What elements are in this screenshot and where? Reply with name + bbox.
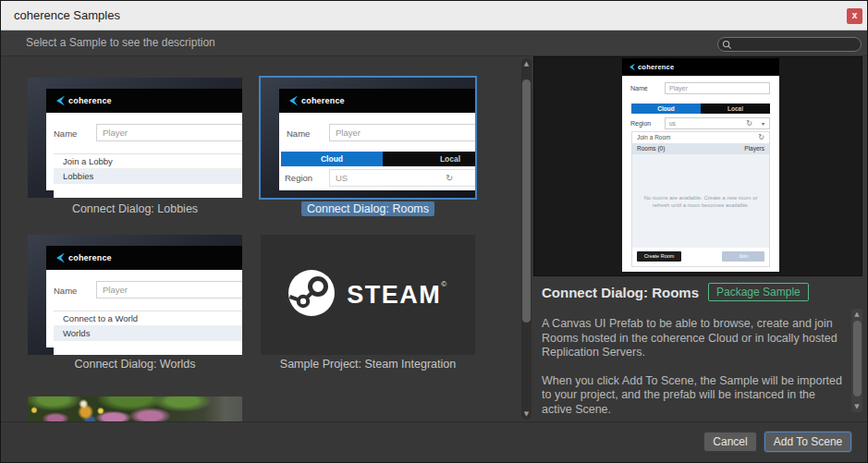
detail-title-row: Connect Dialog: Rooms Package Sample [542, 283, 809, 301]
menu-item: Lobbies [54, 169, 242, 184]
grid-scrollbar[interactable]: ▲ ▼ [521, 58, 532, 420]
refresh-icon: ↻ [446, 170, 453, 187]
refresh-icon: ↻ [758, 132, 764, 143]
sample-thumb-rooms[interactable]: coherence Name Player Cloud Local Region… [261, 78, 475, 198]
join-room-footer: Create Room Join [632, 248, 769, 266]
region-label: Region [285, 173, 312, 183]
create-room-button: Create Room [637, 251, 681, 262]
scroll-down-icon[interactable]: ▼ [851, 403, 862, 410]
refresh-icon: ↻ [746, 118, 752, 129]
region-dropdown: US ↻ [329, 169, 475, 187]
preview-image: coherence Name Player Cloud Local Region… [622, 58, 779, 272]
preview-dialog-header: coherence [622, 58, 779, 76]
cloud-local-tabs: Cloud Local [281, 152, 475, 166]
coherence-logo-icon [56, 96, 65, 106]
toolbar: Select a Sample to see the description [1, 30, 867, 56]
sample-preview-area: coherence Name Player Cloud Local Region… [533, 56, 862, 276]
players-column: Players [744, 143, 764, 154]
sample-label-steam: Sample Project: Steam Integration [261, 357, 475, 372]
tab-cloud: Cloud [631, 104, 701, 114]
scroll-up-icon[interactable]: ▲ [851, 311, 862, 318]
title-bar: coherence Samples x [1, 1, 867, 30]
chevron-down-icon: ▾ [762, 118, 764, 129]
close-button[interactable]: x [847, 8, 862, 24]
tab-cloud: Cloud [281, 152, 383, 166]
coherence-logo-text: coherence [68, 253, 112, 262]
scroll-down-icon[interactable]: ▼ [521, 410, 532, 418]
tab-local: Local [383, 152, 475, 166]
coherence-logo-text: coherence [301, 96, 345, 105]
name-label: Name [630, 85, 648, 91]
add-to-scene-button[interactable]: Add To Scene [764, 432, 851, 452]
mini-dialog-header: coherence [46, 89, 242, 113]
name-value: Player [665, 82, 770, 94]
coherence-logo-icon [630, 64, 635, 71]
rooms-mini-dialog: coherence Name Player Cloud Local Region… [279, 89, 475, 190]
coherence-logo-icon [289, 96, 298, 106]
menu-row-empty [54, 341, 242, 355]
sample-label-worlds: Connect Dialog: Worlds [28, 357, 242, 372]
toolbar-hint: Select a Sample to see the description [26, 30, 215, 55]
coherence-logo-icon [56, 253, 65, 263]
scroll-up-icon[interactable]: ▲ [521, 60, 532, 67]
menu-title: Connect to a World [54, 311, 242, 326]
tab-local: Local [701, 104, 770, 114]
description-paragraph: When you click Add To Scene, the Sample … [542, 374, 849, 418]
worlds-mini-dialog: coherence Name Player Connect to a World… [46, 246, 242, 347]
cancel-button[interactable]: Cancel [703, 432, 757, 452]
region-label: Region [630, 120, 651, 127]
menu-title: Join a Lobby [54, 154, 242, 169]
description-scrollbar[interactable]: ▲ ▼ [851, 309, 862, 412]
name-value: Player [329, 124, 475, 141]
mini-dialog-header: coherence [279, 89, 475, 113]
description-scrollbar-thumb[interactable] [853, 321, 862, 396]
description-paragraph: A Canvas UI Prefab to be able to browse,… [542, 317, 849, 360]
join-room-panel: Join a Room ↻ Rooms (0) Players No rooms… [631, 131, 770, 267]
sample-detail-panel: Connect Dialog: Rooms Package Sample A C… [533, 276, 862, 421]
menu-item: Worlds [54, 326, 242, 341]
sample-thumb-nature[interactable] [28, 396, 242, 421]
window-title: coherence Samples [14, 1, 120, 30]
package-sample-badge: Package Sample [708, 283, 809, 301]
name-label: Name [54, 286, 77, 296]
sample-thumb-steam[interactable]: STEAM© [261, 235, 475, 355]
coherence-logo-text: coherence [68, 96, 112, 105]
join-button: Join [722, 251, 764, 262]
grid-scrollbar-thumb[interactable] [522, 79, 531, 323]
name-label: Name [54, 128, 77, 139]
cloud-local-tabs: Cloud Local [631, 104, 770, 114]
coherence-logo-text: coherence [638, 63, 674, 71]
name-label: Name [287, 128, 310, 139]
menu-row-empty [54, 184, 242, 198]
sample-thumb-worlds[interactable]: coherence Name Player Connect to a World… [28, 235, 242, 355]
rooms-empty-state: No rooms are available. Create a new roo… [632, 154, 769, 248]
search-icon [722, 40, 732, 50]
sample-label-rooms: Connect Dialog: Rooms [261, 201, 475, 217]
mini-dialog-header: coherence [46, 246, 242, 270]
steam-trademark: © [441, 280, 447, 288]
rooms-count-column: Rooms (0) [637, 145, 665, 152]
detail-description: A Canvas UI Prefab to be able to browse,… [542, 317, 849, 417]
samples-window: coherence Samples x Select a Sample to s… [0, 0, 868, 463]
lobby-menu: Join a Lobby Lobbies [54, 153, 242, 198]
steam-logo-icon [287, 269, 336, 321]
detail-title: Connect Dialog: Rooms [542, 285, 699, 300]
sample-label-lobbies: Connect Dialog: Lobbies [28, 201, 242, 217]
steam-wordmark: STEAM© [347, 280, 447, 310]
name-value: Player [96, 124, 242, 141]
selected-label-pill: Connect Dialog: Rooms [301, 201, 434, 216]
search-input[interactable] [717, 37, 862, 52]
join-room-header: Join a Room ↻ [632, 132, 769, 143]
lobbies-mini-dialog: coherence Name Player Join a Lobby Lobbi… [46, 89, 242, 190]
sample-thumb-lobbies[interactable]: coherence Name Player Join a Lobby Lobbi… [28, 78, 242, 198]
rooms-columns-header: Rooms (0) Players [632, 143, 769, 154]
world-menu: Connect to a World Worlds [54, 311, 242, 355]
footer-bar: Cancel Add To Scene [1, 421, 867, 463]
name-value: Player [96, 281, 242, 299]
region-dropdown: us ↻ ▾ [665, 117, 770, 129]
sample-grid: coherence Name Player Join a Lobby Lobbi… [1, 56, 520, 421]
